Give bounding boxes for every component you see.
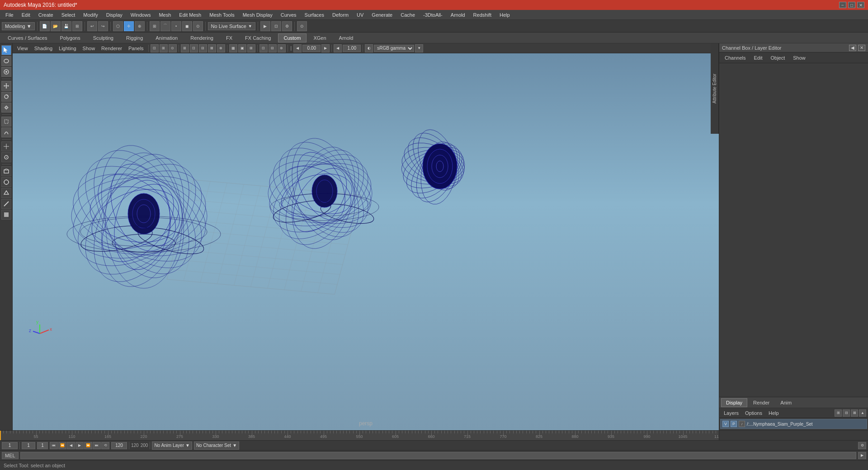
loop-toggle[interactable]: ⟲ [101,442,109,449]
menu-3dtall[interactable]: -3DtoAll- [420,11,446,19]
tab-anim[interactable]: Anim [775,398,797,407]
paint-select-tool[interactable] [1,67,11,77]
go-to-start-button[interactable]: ⏮ [50,442,58,449]
edit-menu[interactable]: Edit [750,54,766,61]
vp-menu-lighting[interactable]: Lighting [56,45,79,52]
channel-box-close[interactable]: ✕ [858,45,865,51]
save-file-button[interactable]: 💾 [61,21,71,31]
attribute-editor-tab[interactable]: Attribute Editor [711,43,719,134]
face-mode-group[interactable] [1,210,11,220]
viewport-canvas[interactable]: x y z persp [13,53,719,430]
move-tool[interactable] [1,81,11,91]
menu-edit[interactable]: Edit [18,11,34,19]
layer-delete[interactable]: ⊠ [851,409,858,417]
tab-rendering[interactable]: Rendering [184,33,219,42]
no-anim-layer-dropdown[interactable]: No Anim Layer ▼ [152,442,192,450]
step-forward-button[interactable]: ⏩ [84,442,92,449]
snap-grid-button[interactable]: ⊞ [150,21,160,31]
menu-mesh[interactable]: Mesh [155,11,175,19]
mel-execute[interactable]: ▶ [858,452,866,459]
display-mode-1[interactable]: ⊞ [181,44,189,52]
color-transform-select[interactable]: sRGB gamma [374,45,414,52]
snap-options-group[interactable] [1,152,11,162]
shading-smooth[interactable]: ▦ [229,44,237,52]
color-transform-arrow[interactable]: ▼ [415,44,423,52]
select-tool-button[interactable]: ⬡ [113,21,123,31]
timeline-settings[interactable]: ⚙ [858,442,866,449]
menu-arnold[interactable]: Arnold [447,11,469,19]
tab-custom[interactable]: Custom [278,33,307,42]
layer-color[interactable]: / [739,421,745,427]
show-manipulators-group[interactable] [1,141,11,151]
mode-dropdown[interactable]: Modeling ▼ [2,22,35,30]
vp-menu-renderer[interactable]: Renderer [99,45,125,52]
lasso-tool[interactable] [1,56,11,66]
transform-tool-button[interactable]: ✛ [124,21,134,31]
menu-display[interactable]: Display [103,11,126,19]
layer-new-empty[interactable]: ⊟ [843,409,850,417]
render-settings-button[interactable]: ⚙ [282,21,292,31]
channels-menu[interactable]: Channels [721,54,749,61]
universal-manipulator[interactable] [1,117,11,127]
tab-rigging[interactable]: Rigging [120,33,149,42]
gamma-value[interactable]: 1.00 [343,45,361,52]
snap-button[interactable]: ⊕ [135,21,145,31]
select-tool[interactable] [1,45,11,55]
redo-button[interactable]: ↪ [98,21,108,31]
ipr-render-button[interactable]: ⊡ [271,21,281,31]
vp-menu-panels[interactable]: Panels [126,45,146,52]
display-mode-5[interactable]: ⊕ [217,44,225,52]
show-menu[interactable]: Show [789,54,809,61]
camera-select[interactable]: ⊡ [151,44,159,52]
menu-file[interactable]: File [2,11,17,19]
display-mode-2[interactable]: ⊡ [190,44,198,52]
component-mode-group[interactable] [1,177,11,187]
undo-button[interactable]: ↩ [87,21,97,31]
object-menu[interactable]: Object [767,54,788,61]
layer-visibility-p[interactable]: P [731,421,737,427]
backface-culling[interactable]: ⊟ [269,44,277,52]
no-live-surface-button[interactable]: No Live Surface ▼ [208,22,255,30]
tab-curves-surfaces[interactable]: Curves / Surfaces [2,33,53,42]
display-mode-4[interactable]: ⊠ [208,44,216,52]
mel-label[interactable]: MEL [2,452,19,459]
end-frame-input[interactable]: 120 [111,442,127,449]
tab-render[interactable]: Render [748,398,774,407]
save-as-button[interactable]: ⊞ [72,21,82,31]
menu-uv[interactable]: UV [353,11,367,19]
current-frame-input[interactable]: 1 [2,442,18,449]
mel-input[interactable] [20,452,856,459]
tab-fx-caching[interactable]: FX Caching [239,33,277,42]
layers-menu-item[interactable]: Layers [721,409,741,417]
snap-curve-button[interactable]: ⌒ [160,21,170,31]
wireframe-on-shaded[interactable]: ⊡ [259,44,268,52]
playblast-button[interactable]: ⊙ [297,21,307,31]
play-forward-button[interactable]: ▶ [75,442,84,449]
menu-surfaces[interactable]: Surfaces [301,11,328,19]
menu-windows[interactable]: Windows [127,11,155,19]
snap-surface-button[interactable]: ◼ [182,21,192,31]
vertex-mode-group[interactable] [1,188,11,198]
menu-select[interactable]: Select [58,11,79,19]
menu-create[interactable]: Create [35,11,57,19]
soft-mod-tool[interactable] [1,127,11,137]
minimize-button[interactable]: − [839,2,846,8]
layer-visibility-v[interactable]: V [722,421,729,427]
shading-wire[interactable]: ⊞ [247,44,255,52]
menu-modify[interactable]: Modify [80,11,101,19]
close-button[interactable]: ✕ [857,2,864,8]
open-file-button[interactable]: 📂 [51,21,61,31]
go-to-end-button[interactable]: ⏭ [93,442,101,449]
tab-animation[interactable]: Animation [150,33,184,42]
restore-button[interactable]: □ [848,2,855,8]
menu-redshift[interactable]: Redshift [470,11,495,19]
tab-sculpting[interactable]: Sculpting [87,33,119,42]
tab-fx[interactable]: FX [220,33,238,42]
color-mgmt-toggle[interactable]: ◐ [365,44,373,52]
shading-flat[interactable]: ▣ [238,44,246,52]
xray-mode[interactable]: ⊛ [278,44,286,52]
new-file-button[interactable]: 📄 [40,21,50,31]
camera-attrs[interactable]: ⊙ [169,44,177,52]
snap-point-button[interactable]: • [171,21,181,31]
no-character-set-dropdown[interactable]: No Character Set ▼ [194,442,239,450]
